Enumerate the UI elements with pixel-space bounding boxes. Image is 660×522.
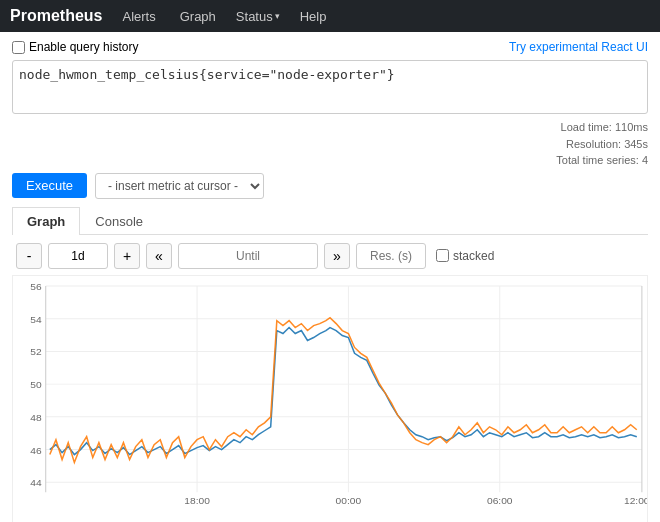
metric-selector[interactable]: - insert metric at cursor - <box>95 173 264 199</box>
zoom-out-button[interactable]: - <box>16 243 42 269</box>
tabs: Graph Console <box>12 207 648 235</box>
execute-button[interactable]: Execute <box>12 173 87 198</box>
nav-status-dropdown[interactable]: Status ▾ <box>236 9 280 24</box>
chart-svg: 56 54 52 50 48 46 44 18:00 00:00 06:00 1… <box>13 276 647 523</box>
svg-text:52: 52 <box>30 346 42 357</box>
nav-graph[interactable]: Graph <box>176 9 220 24</box>
stats-row: Load time: 110ms Resolution: 345s Total … <box>12 119 648 169</box>
total-series: Total time series: 4 <box>556 152 648 169</box>
until-input[interactable] <box>178 243 318 269</box>
resolution-input[interactable] <box>356 243 426 269</box>
graph-controls: - + « » stacked <box>12 243 648 269</box>
query-history-checkbox[interactable] <box>12 41 25 54</box>
chevron-down-icon: ▾ <box>275 11 280 21</box>
svg-text:18:00: 18:00 <box>184 495 210 506</box>
back-button[interactable]: « <box>146 243 172 269</box>
stacked-checkbox[interactable] <box>436 249 449 262</box>
try-react-ui-link[interactable]: Try experimental React UI <box>509 40 648 54</box>
query-history-row: Enable query history Try experimental Re… <box>12 40 648 54</box>
forward-button[interactable]: » <box>324 243 350 269</box>
stacked-label[interactable]: stacked <box>436 249 494 263</box>
query-history-label[interactable]: Enable query history <box>12 40 138 54</box>
chart-container: 56 54 52 50 48 46 44 18:00 00:00 06:00 1… <box>12 275 648 523</box>
toolbar: Execute - insert metric at cursor - <box>12 173 648 199</box>
brand: Prometheus <box>10 7 102 25</box>
nav-help[interactable]: Help <box>296 9 331 24</box>
svg-text:50: 50 <box>30 379 42 390</box>
query-input[interactable]: node_hwmon_temp_celsius{service="node-ex… <box>12 60 648 114</box>
tab-graph[interactable]: Graph <box>12 207 80 235</box>
navbar: Prometheus Alerts Graph Status ▾ Help <box>0 0 660 32</box>
svg-text:06:00: 06:00 <box>487 495 513 506</box>
load-time: Load time: 110ms <box>556 119 648 136</box>
main-content: Enable query history Try experimental Re… <box>0 32 660 522</box>
svg-text:48: 48 <box>30 411 42 422</box>
svg-text:12:00: 12:00 <box>624 495 647 506</box>
zoom-in-button[interactable]: + <box>114 243 140 269</box>
tab-console[interactable]: Console <box>80 207 158 235</box>
svg-text:46: 46 <box>30 444 42 455</box>
svg-text:44: 44 <box>30 477 42 488</box>
svg-text:56: 56 <box>30 281 42 292</box>
resolution: Resolution: 345s <box>556 136 648 153</box>
duration-input[interactable] <box>48 243 108 269</box>
nav-alerts[interactable]: Alerts <box>118 9 159 24</box>
svg-text:54: 54 <box>30 313 42 324</box>
svg-text:00:00: 00:00 <box>336 495 362 506</box>
